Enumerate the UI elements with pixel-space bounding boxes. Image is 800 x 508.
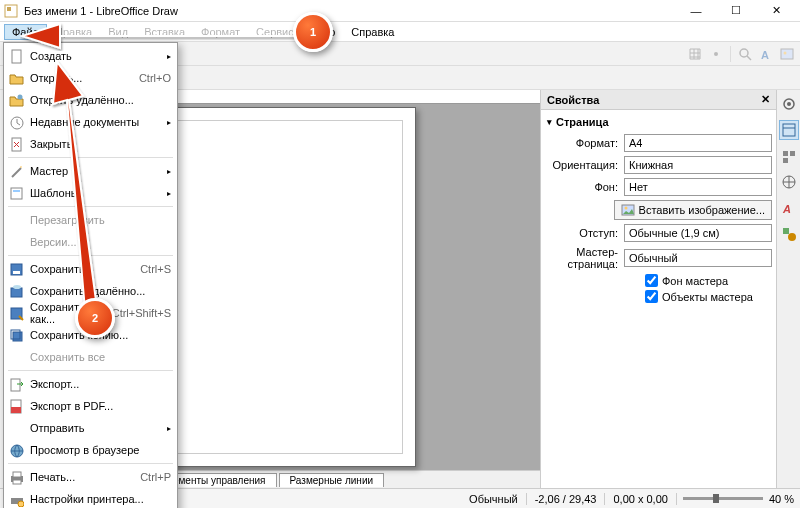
zoom-slider[interactable]: [683, 497, 763, 500]
svg-rect-33: [11, 188, 22, 199]
dd-label: Версии...: [30, 236, 171, 248]
dd-label: Отправить: [30, 422, 163, 434]
tb-snap-icon[interactable]: [707, 45, 725, 63]
indent-label: Отступ:: [545, 227, 618, 239]
menu-file[interactable]: Файл: [4, 24, 47, 40]
file-menu-dropdown: Создать▸Открыть...Ctrl+OОткрыть удалённо…: [3, 42, 178, 508]
file-menu-item-20[interactable]: Отправить▸: [4, 417, 177, 439]
format-select[interactable]: [624, 134, 772, 152]
dd-label: Шаблоны: [30, 187, 163, 199]
file-menu-item-0[interactable]: Создать▸: [4, 45, 177, 67]
pdf-icon: [8, 398, 24, 414]
svg-line-9: [747, 56, 751, 60]
svg-point-38: [13, 285, 21, 289]
menu-format[interactable]: Формат: [193, 24, 248, 40]
file-menu-item-3[interactable]: Недавние документы▸: [4, 111, 177, 133]
file-menu-item-12[interactable]: СохранитьCtrl+S: [4, 258, 177, 280]
svg-point-8: [740, 49, 748, 57]
file-menu-item-21[interactable]: Просмотр в браузере: [4, 439, 177, 461]
svg-rect-23: [790, 151, 795, 156]
rt-gallery-icon[interactable]: [779, 146, 799, 166]
file-menu-item-23[interactable]: Печать...Ctrl+P: [4, 466, 177, 488]
right-sidebar: A: [776, 90, 800, 488]
dd-label: Недавние документы: [30, 116, 163, 128]
dd-label: Печать...: [30, 471, 132, 483]
rt-gear-icon[interactable]: [779, 94, 799, 114]
svg-rect-47: [13, 472, 21, 477]
rt-navigator-icon[interactable]: [779, 172, 799, 192]
tb-zoom-icon[interactable]: [736, 45, 754, 63]
print-icon: [8, 469, 24, 485]
dd-label: Мастер: [30, 165, 163, 177]
maximize-button[interactable]: ☐: [716, 0, 756, 22]
dd-label: Сохранить: [30, 263, 132, 275]
templates-icon: [8, 185, 24, 201]
chk-master-objs-label: Объекты мастера: [662, 291, 753, 303]
file-menu-item-9: Перезагрузить: [4, 209, 177, 231]
file-menu-item-4[interactable]: Закрыть: [4, 133, 177, 155]
dd-shortcut: Ctrl+P: [140, 471, 171, 483]
svg-rect-34: [13, 190, 20, 192]
menu-help[interactable]: Справка: [343, 24, 402, 40]
background-label: Фон:: [545, 181, 618, 193]
tb-image-icon[interactable]: [778, 45, 796, 63]
svg-rect-11: [781, 49, 793, 59]
file-menu-item-7[interactable]: Шаблоны▸: [4, 182, 177, 204]
tb-grid-icon[interactable]: [686, 45, 704, 63]
section-page-label: Страница: [556, 116, 609, 128]
tb-font-icon[interactable]: A: [757, 45, 775, 63]
callout-1: 1: [293, 12, 333, 52]
master-label: Мастер-страница:: [545, 246, 618, 270]
orientation-select[interactable]: [624, 156, 772, 174]
file-menu-item-6[interactable]: Мастер▸: [4, 160, 177, 182]
dd-shortcut: Ctrl+O: [139, 72, 171, 84]
chk-master-objs[interactable]: [645, 290, 658, 303]
close-button[interactable]: ✕: [756, 0, 796, 22]
file-menu-item-24[interactable]: Настройки принтера...: [4, 488, 177, 508]
submenu-arrow-icon: ▸: [167, 118, 171, 127]
menu-view[interactable]: Вид: [100, 24, 136, 40]
section-page[interactable]: ▾ Страница: [545, 114, 772, 130]
svg-rect-37: [11, 288, 22, 297]
file-menu-item-19[interactable]: Экспорт в PDF...: [4, 395, 177, 417]
export-icon: [8, 376, 24, 392]
svg-point-28: [788, 233, 796, 241]
close-doc-icon: [8, 136, 24, 152]
insert-image-button[interactable]: Вставить изображение...: [614, 200, 772, 220]
rt-props-icon[interactable]: [779, 120, 799, 140]
minimize-button[interactable]: —: [676, 0, 716, 22]
printer-cfg-icon: [8, 491, 24, 507]
menubar: Файл Правка Вид Вставка Формат Сервис Ок…: [0, 22, 800, 42]
layer-tab-dimensions[interactable]: Размерные линии: [279, 473, 385, 487]
browser-icon: [8, 442, 24, 458]
dd-label: Сохранить все: [30, 351, 171, 363]
dd-shortcut: Ctrl+Shift+S: [112, 307, 171, 319]
chk-master-bg[interactable]: [645, 274, 658, 287]
folder-open-icon: [8, 70, 24, 86]
app-icon: [4, 4, 18, 18]
master-select[interactable]: [624, 249, 772, 267]
file-new-icon: [8, 48, 24, 64]
dd-label: Создать: [30, 50, 163, 62]
menu-edit[interactable]: Правка: [47, 24, 100, 40]
background-select[interactable]: [624, 178, 772, 196]
menu-insert[interactable]: Вставка: [136, 24, 193, 40]
svg-point-50: [18, 501, 24, 507]
file-menu-item-10: Версии...: [4, 231, 177, 253]
svg-rect-20: [783, 124, 795, 136]
indent-select[interactable]: [624, 224, 772, 242]
file-menu-item-18[interactable]: Экспорт...: [4, 373, 177, 395]
file-menu-item-1[interactable]: Открыть...Ctrl+O: [4, 67, 177, 89]
submenu-arrow-icon: ▸: [167, 189, 171, 198]
insert-image-label: Вставить изображение...: [639, 204, 765, 216]
file-menu-item-2[interactable]: Открыть удалённо...: [4, 89, 177, 111]
titlebar: Без имени 1 - LibreOffice Draw — ☐ ✕: [0, 0, 800, 22]
dd-label: Экспорт в PDF...: [30, 400, 171, 412]
format-label: Формат:: [545, 137, 618, 149]
sb-size: 0,00 x 0,00: [605, 493, 676, 505]
svg-rect-36: [13, 271, 20, 274]
props-close-icon[interactable]: ✕: [761, 93, 770, 106]
rt-text-icon[interactable]: A: [779, 198, 799, 218]
rt-shapes-icon[interactable]: [779, 224, 799, 244]
orientation-label: Ориентация:: [545, 159, 618, 171]
